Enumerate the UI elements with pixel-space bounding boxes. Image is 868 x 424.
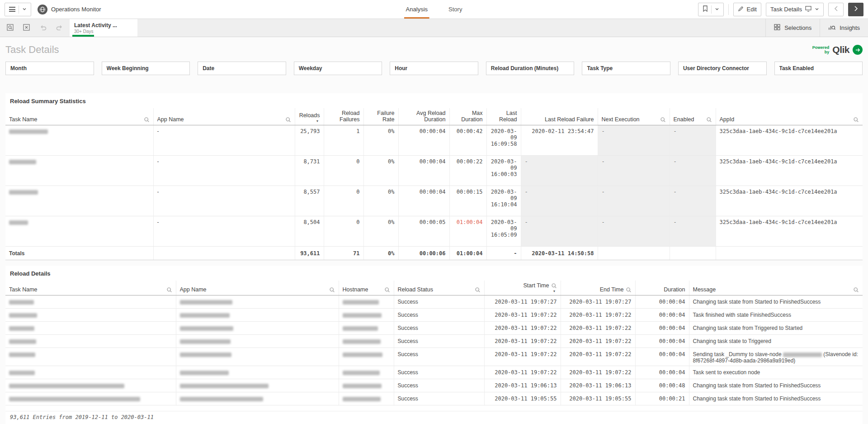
cell-duration[interactable]: 00:00:04 [635, 366, 689, 379]
cell-max-duration[interactable]: 00:00:15 [449, 186, 486, 216]
cell-task-name[interactable] [5, 366, 176, 379]
filter-task-type[interactable]: Task Type [582, 62, 670, 75]
col-end-time[interactable]: End Time [561, 281, 635, 295]
cell-duration[interactable]: 00:00:21 [635, 392, 689, 405]
cell-hostname[interactable] [339, 379, 394, 392]
cell-task-name[interactable] [5, 392, 176, 405]
filter-weekday[interactable]: Weekday [294, 62, 382, 75]
col-max-duration[interactable]: Max Duration [449, 108, 486, 125]
cell-reload-status[interactable]: Success [394, 295, 484, 309]
cell-app-name[interactable] [176, 309, 339, 322]
cell-task-name[interactable] [5, 322, 176, 335]
cell-failure-rate[interactable]: 0% [363, 156, 398, 186]
cell-duration[interactable]: 00:00:04 [635, 335, 689, 348]
cell-next-execution[interactable]: - [598, 186, 670, 216]
search-icon[interactable] [384, 287, 390, 293]
cell-appid[interactable]: 325c3daa-1aeb-434c-9c1d-c7ce14ee201a [716, 216, 863, 247]
cell-reloads[interactable]: 8,731 [295, 156, 324, 186]
cell-task-name[interactable] [5, 186, 153, 216]
next-sheet-button[interactable] [848, 3, 863, 16]
global-menu-button[interactable] [5, 3, 31, 16]
cell-app-name[interactable] [176, 379, 339, 392]
cell-reload-failures[interactable]: 0 [324, 186, 363, 216]
cell-duration[interactable]: 00:00:04 [635, 295, 689, 309]
previous-sheet-button[interactable] [828, 3, 844, 16]
cell-app-name[interactable] [176, 295, 339, 309]
col-start-time[interactable]: Start Time▼ [484, 281, 561, 295]
cell-failure-rate[interactable]: 0% [363, 216, 398, 247]
filter-task-enabled[interactable]: Task Enabled [774, 62, 863, 75]
smart-search-icon[interactable] [4, 21, 17, 35]
col-last-reload-failure[interactable]: Last Reload Failure [521, 108, 598, 125]
cell-start-time[interactable]: 2020-03-11 19:07:22 [484, 309, 561, 322]
tab-analysis[interactable]: Analysis [404, 0, 429, 19]
search-icon[interactable] [626, 287, 632, 293]
cell-reloads[interactable]: 25,793 [295, 125, 324, 156]
step-back-icon[interactable] [36, 21, 50, 35]
cell-hostname[interactable] [339, 348, 394, 366]
clear-selections-icon[interactable] [20, 21, 33, 35]
active-sheet-tab[interactable]: Latest Activity ... 30+ Days [70, 19, 137, 37]
cell-app-name[interactable]: - [153, 216, 295, 247]
cell-end-time[interactable]: 2020-03-11 19:05:55 [561, 392, 635, 405]
edit-button[interactable]: Edit [733, 3, 761, 16]
col-task-name[interactable]: Task Name [5, 281, 176, 295]
col-reload-failures[interactable]: Reload Failures [324, 108, 363, 125]
cell-reload-status[interactable]: Success [394, 379, 484, 392]
cell-last-reload-failure[interactable]: - [521, 156, 598, 186]
cell-reload-status[interactable]: Success [394, 309, 484, 322]
col-enabled[interactable]: Enabled [670, 108, 716, 125]
cell-duration[interactable]: 00:00:48 [635, 379, 689, 392]
cell-start-time[interactable]: 2020-03-11 19:07:22 [484, 366, 561, 379]
cell-hostname[interactable] [339, 335, 394, 348]
cell-app-name[interactable] [176, 322, 339, 335]
cell-last-reload[interactable]: 2020-03-09 16:00:03 [486, 156, 521, 186]
cell-next-execution[interactable]: - [598, 156, 670, 186]
col-app-name[interactable]: App Name [176, 281, 339, 295]
cell-next-execution[interactable]: - [598, 125, 670, 156]
cell-message[interactable]: Sending task _Dummy to slave-node (Slave… [689, 348, 863, 366]
cell-failure-rate[interactable]: 0% [363, 186, 398, 216]
col-failure-rate[interactable]: Failure Rate [363, 108, 398, 125]
cell-message[interactable]: Changing task state from Started to Fini… [689, 295, 863, 309]
cell-message[interactable]: Changing task state from Triggered to St… [689, 322, 863, 335]
cell-reloads[interactable]: 8,557 [295, 186, 324, 216]
col-reload-status[interactable]: Reload Status [394, 281, 484, 295]
cell-hostname[interactable] [339, 392, 394, 405]
cell-message[interactable]: Changing task state to Triggered [689, 335, 863, 348]
cell-end-time[interactable]: 2020-03-11 19:07:22 [561, 309, 635, 322]
cell-hostname[interactable] [339, 322, 394, 335]
cell-duration[interactable]: 00:00:04 [635, 309, 689, 322]
col-message[interactable]: Message [689, 281, 863, 295]
cell-task-name[interactable] [5, 335, 176, 348]
cell-reload-status[interactable]: Success [394, 392, 484, 405]
cell-task-name[interactable] [5, 156, 153, 186]
cell-last-reload[interactable]: 2020-03-09 16:09:58 [486, 125, 521, 156]
cell-end-time[interactable]: 2020-03-11 19:07:22 [561, 366, 635, 379]
cell-appid[interactable]: 325c3daa-1aeb-434c-9c1d-c7ce14ee201a [716, 186, 863, 216]
cell-start-time[interactable]: 2020-03-11 19:07:22 [484, 335, 561, 348]
search-icon[interactable] [551, 283, 557, 289]
cell-reload-failures[interactable]: 1 [324, 125, 363, 156]
cell-app-name[interactable]: - [153, 125, 295, 156]
col-reloads[interactable]: Reloads▼ [295, 108, 324, 125]
cell-enabled[interactable]: - [670, 125, 716, 156]
cell-enabled[interactable]: - [670, 186, 716, 216]
cell-reload-failures[interactable]: 0 [324, 216, 363, 247]
cell-duration[interactable]: 00:00:04 [635, 348, 689, 366]
search-icon[interactable] [853, 287, 859, 293]
cell-hostname[interactable] [339, 295, 394, 309]
cell-reload-status[interactable]: Success [394, 322, 484, 335]
cell-app-name[interactable] [176, 335, 339, 348]
cell-last-reload-failure[interactable]: - [521, 216, 598, 247]
search-icon[interactable] [660, 117, 666, 123]
cell-reloads[interactable]: 8,504 [295, 216, 324, 247]
cell-duration[interactable]: 00:00:04 [635, 322, 689, 335]
col-app-name[interactable]: App Name [153, 108, 295, 125]
cell-appid[interactable]: 325c3daa-1aeb-434c-9c1d-c7ce14ee201a [716, 156, 863, 186]
reload-details-table-scroll[interactable]: Task Name App Name Hostname Reload Statu… [5, 281, 863, 411]
search-icon[interactable] [166, 287, 172, 293]
cell-end-time[interactable]: 2020-03-11 19:07:22 [561, 348, 635, 366]
cell-task-name[interactable] [5, 125, 153, 156]
cell-start-time[interactable]: 2020-03-11 19:07:22 [484, 322, 561, 335]
